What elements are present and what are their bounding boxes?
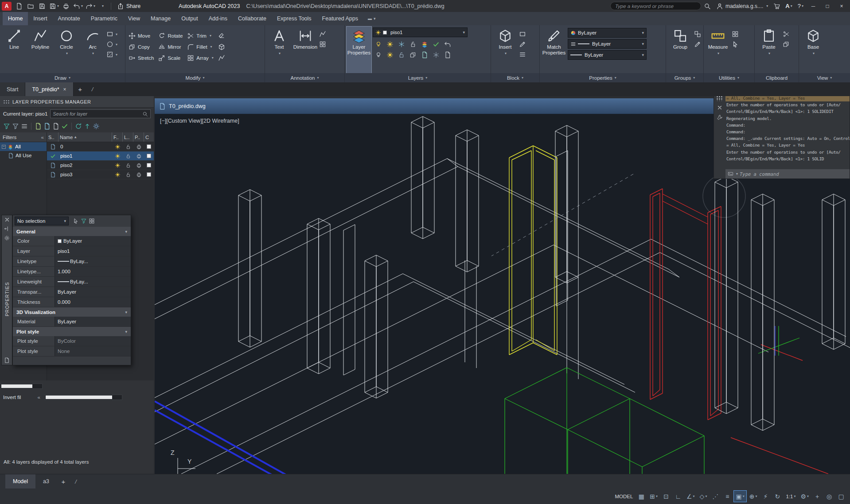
layer-color-swatch[interactable]	[144, 151, 154, 160]
save-as-button[interactable]: ▾	[48, 1, 60, 11]
ribbon-tab-parametric[interactable]: Parametric	[86, 12, 123, 25]
palette-settings-icon[interactable]	[4, 235, 10, 241]
isolate-objects-icon[interactable]: ◎	[824, 491, 834, 502]
set-current-icon[interactable]	[61, 123, 68, 130]
ribbon-tab-express-tools[interactable]: Express Tools	[272, 12, 317, 25]
move-button[interactable]: Move	[127, 30, 155, 41]
new-drawing-button[interactable]	[14, 1, 24, 11]
property-value[interactable]: ByLay...	[55, 256, 131, 266]
layer-plot-icon[interactable]	[133, 170, 144, 179]
layer-manager-titlebar[interactable]: LAYER PROPERTIES MANAGER	[0, 96, 154, 108]
model-tab[interactable]: Model	[5, 474, 35, 488]
pickadd-toggle-icon[interactable]	[89, 218, 95, 224]
open-button[interactable]	[25, 1, 36, 11]
leader-button[interactable]	[319, 31, 326, 38]
line-button[interactable]: Line	[2, 27, 27, 73]
filter-all[interactable]: −All	[0, 142, 47, 151]
ribbon-tab-output[interactable]: Output	[176, 12, 203, 25]
layer-freeze-icon[interactable]	[398, 41, 405, 48]
property-value[interactable]: ByLayer	[55, 287, 131, 297]
edit-attributes-button[interactable]	[519, 51, 526, 58]
autodesk-app-menu[interactable]: A▾	[783, 3, 794, 9]
section-header[interactable]: 3D Visualization▾	[13, 307, 131, 317]
layer-on-icon[interactable]	[112, 151, 123, 160]
autoscale-icon[interactable]: ↻	[772, 491, 783, 502]
layer-properties-button[interactable]: Layer Properties	[347, 27, 371, 73]
object-snap-tracking-icon[interactable]: ⋰	[710, 491, 721, 502]
layer-unlock-icon[interactable]	[398, 51, 405, 58]
close-palette-icon[interactable]	[4, 217, 10, 222]
select-objects-icon[interactable]	[73, 218, 79, 224]
plot-button[interactable]	[61, 1, 71, 11]
array-button[interactable]: Array▾	[186, 52, 215, 63]
search-input[interactable]: Type a keyword or phrase	[610, 2, 701, 10]
paste-button[interactable]: Paste▾	[756, 27, 781, 73]
refresh-icon[interactable]	[75, 123, 82, 130]
delete-layer-icon[interactable]	[52, 123, 59, 130]
match-properties-button[interactable]: Match Properties	[542, 27, 566, 73]
model-toggle[interactable]: MODEL	[613, 491, 635, 502]
tree-expand-icon[interactable]: −	[2, 145, 6, 149]
explode-button[interactable]	[217, 41, 226, 52]
layer-lock-icon[interactable]	[123, 142, 133, 151]
filter-all-used[interactable]: All Use	[0, 151, 47, 160]
panel-label-properties[interactable]: Properties▾	[540, 73, 666, 82]
property-value[interactable]: ByColor	[55, 336, 131, 346]
fillet-button[interactable]: Fillet▾	[186, 41, 215, 52]
layer-lock-icon[interactable]	[409, 41, 417, 48]
trim-button[interactable]: Trim▾	[186, 30, 215, 41]
close-command-window-icon[interactable]	[717, 105, 722, 110]
ribbon-tab-manage[interactable]: Manage	[145, 12, 176, 25]
selection-cycling-icon[interactable]: ▣▾	[734, 491, 746, 502]
panel-label-draw[interactable]: Draw▾	[0, 73, 125, 82]
layer-list-scrollbar[interactable]	[44, 395, 122, 400]
app-store-cart-icon[interactable]	[772, 1, 782, 11]
scale-button[interactable]: Scale	[157, 52, 184, 63]
panel-label-view[interactable]: View▾	[799, 73, 850, 82]
rectangle-tool-button[interactable]: ▾	[106, 31, 117, 38]
section-header[interactable]: General▾	[13, 227, 131, 236]
polyline-button[interactable]: Polyline	[28, 27, 53, 73]
layer-lock-icon[interactable]	[123, 151, 133, 160]
arc-button[interactable]: Arc▾	[80, 27, 105, 73]
property-row[interactable]: ColorByLayer	[13, 236, 131, 246]
property-value[interactable]: None	[55, 346, 131, 356]
column-header-s[interactable]: S..	[47, 132, 58, 142]
offset-button[interactable]	[217, 52, 226, 63]
layer-on-icon[interactable]	[375, 51, 382, 58]
panel-label-layers[interactable]: Layers▾	[345, 73, 491, 82]
maximize-button[interactable]: □	[821, 0, 834, 12]
quick-select-icon[interactable]	[81, 218, 87, 224]
close-tab-icon[interactable]: ×	[63, 86, 66, 93]
vp-freeze-icon[interactable]	[433, 51, 440, 58]
property-row[interactable]: Linetype...1.000	[13, 267, 131, 277]
selection-type-dropdown[interactable]: No selection▾	[15, 217, 69, 225]
ellipse-tool-button[interactable]: ▾	[106, 41, 117, 48]
polar-tracking-icon[interactable]: ∠▾	[685, 491, 697, 502]
new-layer-icon[interactable]	[35, 123, 42, 130]
new-property-filter-icon[interactable]	[3, 123, 10, 130]
group-edit-button[interactable]	[694, 41, 701, 48]
object-color-combo[interactable]: ByLayer▾	[568, 28, 647, 38]
panel-label-modify[interactable]: Modify▾	[125, 73, 265, 82]
property-row[interactable]: Transpar...ByLayer	[13, 287, 131, 297]
layer-color-swatch[interactable]	[144, 161, 154, 170]
command-input[interactable]: ▾ Type a command	[725, 169, 850, 178]
panel-label-annotation[interactable]: Annotation▾	[265, 73, 344, 82]
ribbon-tab-insert[interactable]: Insert	[28, 12, 52, 25]
ribbon-tab-collaborate[interactable]: Collaborate	[233, 12, 272, 25]
quick-calc-button[interactable]	[732, 31, 739, 38]
layer-lock-icon[interactable]	[123, 170, 133, 179]
layout-tab-a3[interactable]: a3	[35, 474, 57, 488]
section-header[interactable]: Plot style▾	[13, 327, 131, 336]
copy-button[interactable]: Copy	[127, 41, 155, 52]
hatch-tool-button[interactable]: ▾	[106, 51, 117, 58]
layout-list-button[interactable]: /	[70, 474, 82, 488]
create-block-button[interactable]	[519, 31, 526, 38]
layer-name[interactable]: piso3	[58, 170, 112, 179]
layer-name[interactable]: piso1	[58, 151, 112, 160]
group-button[interactable]: Group	[668, 27, 693, 73]
panel-label-block[interactable]: Block▾	[491, 73, 539, 82]
layer-name[interactable]: piso2	[58, 161, 112, 170]
layer-name[interactable]: 0	[58, 142, 112, 151]
